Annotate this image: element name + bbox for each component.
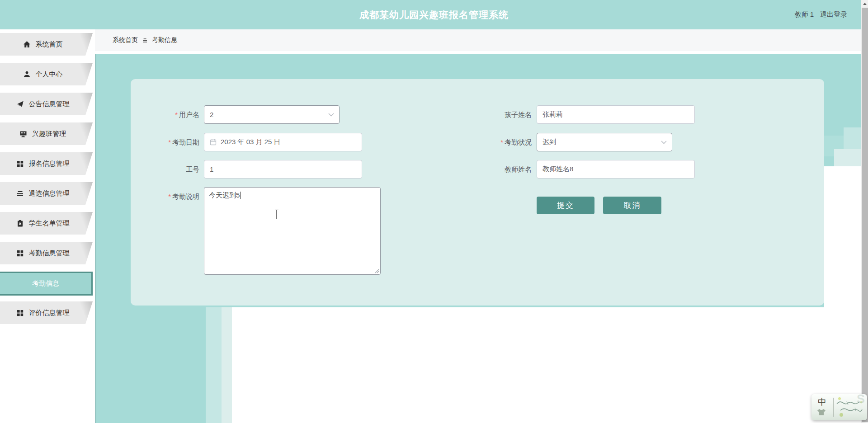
decor-white-cut	[824, 166, 861, 307]
sidebar-active-label: 考勤信息	[32, 279, 59, 288]
teacher-name-value: 教师姓名8	[542, 165, 573, 174]
note-label: *考勤说明	[131, 187, 199, 206]
sidebar-item-label: 学生名单管理	[29, 219, 70, 228]
send-icon	[16, 100, 24, 108]
ime-divider	[833, 398, 834, 417]
sidebar-item-label: 公告信息管理	[29, 100, 70, 108]
calendar-icon	[210, 139, 217, 146]
note-textarea[interactable]: 今天迟到5	[204, 187, 381, 275]
work-no-value: 1	[210, 165, 213, 173]
decor-pixel-step	[834, 149, 861, 166]
sidebar-item-profile[interactable]: 个人中心	[0, 63, 93, 85]
decor-pixel-step	[844, 127, 861, 149]
child-name-input[interactable]: 张莉莉	[537, 105, 695, 124]
username-value: 2	[210, 111, 213, 118]
work-no-label: 工号	[131, 160, 199, 179]
required-mark: *	[175, 111, 178, 118]
decor-left-strip	[95, 307, 206, 423]
submit-button[interactable]: 提交	[537, 197, 594, 214]
logout-link[interactable]: 退出登录	[820, 10, 847, 19]
scrollbar-thumb[interactable]	[862, 8, 868, 422]
child-name-value: 张莉莉	[542, 110, 563, 119]
sidebar-item-student-roster[interactable]: 学生名单管理	[0, 212, 93, 235]
attendance-date-input[interactable]: 2023 年 03 月 25 日	[204, 133, 362, 151]
decor-left-strip	[222, 307, 232, 423]
grid-icon	[16, 160, 24, 168]
decor-sidebar-shadow	[95, 54, 96, 423]
sidebar-subitem-attendance-info-active[interactable]: 考勤信息	[0, 272, 93, 296]
mouse-ibeam-cursor	[274, 209, 280, 220]
cancel-button[interactable]: 取消	[603, 197, 661, 214]
user-icon	[23, 70, 31, 78]
ime-mode-indicator: 中	[818, 396, 826, 408]
scrollbar-up-button[interactable]	[861, 0, 868, 8]
ime-skin-shirt-icon	[817, 409, 826, 416]
teacher-name-label: 教师姓名	[464, 160, 532, 179]
teacher-name-input[interactable]: 教师姓名8	[537, 160, 695, 179]
grid-icon	[16, 249, 24, 257]
ime-logo-watermark: S	[857, 394, 865, 406]
app-window: 成都某幼儿园兴趣班报名管理系统 教师 1 退出登录 系统首页 个人中心 公告信息…	[0, 0, 868, 423]
breadcrumb-separator-icon	[142, 38, 148, 43]
note-value: 今天迟到5	[209, 191, 240, 199]
arrow-up-icon	[863, 3, 867, 5]
header-bar: 成都某幼儿园兴趣班报名管理系统 教师 1 退出登录	[0, 0, 868, 29]
sidebar-item-evaluations[interactable]: 评价信息管理	[0, 301, 93, 324]
list-icon	[16, 190, 24, 197]
sidebar: 系统首页 个人中心 公告信息管理 兴趣班管理 报名信息管理 退选信息管理 学生名…	[0, 29, 95, 423]
sidebar-item-label: 考勤信息管理	[29, 249, 70, 258]
sidebar-item-label: 兴趣班管理	[32, 130, 66, 138]
ime-toolbar[interactable]: 中 S	[811, 394, 867, 420]
required-mark: *	[168, 138, 171, 146]
breadcrumb: 系统首页 考勤信息	[95, 29, 861, 51]
attendance-status-select[interactable]: 迟到	[537, 133, 672, 151]
sidebar-item-classes[interactable]: 兴趣班管理	[0, 122, 93, 145]
sidebar-item-label: 报名信息管理	[29, 160, 70, 168]
attendance-form-panel: *用户名 2 孩子姓名 张莉莉 *考勤日期 2023 年 03 月 25 日 *…	[131, 79, 824, 306]
attendance-status-label: *考勤状况	[464, 133, 532, 151]
desktop-icon	[19, 130, 27, 138]
work-no-input[interactable]: 1	[204, 160, 362, 179]
page-title: 成都某幼儿园兴趣班报名管理系统	[359, 9, 509, 21]
header-user-area: 教师 1 退出登录	[794, 0, 847, 29]
attendance-date-label: *考勤日期	[131, 133, 199, 151]
sidebar-item-registrations[interactable]: 报名信息管理	[0, 152, 93, 175]
required-mark: *	[500, 138, 503, 146]
decor-left-strip	[206, 307, 222, 423]
vertical-scrollbar[interactable]	[861, 0, 868, 423]
sidebar-item-label: 个人中心	[36, 70, 63, 79]
home-icon	[23, 41, 31, 48]
sidebar-item-home[interactable]: 系统首页	[0, 33, 93, 56]
chevron-down-icon	[661, 141, 667, 144]
grid-icon	[16, 309, 24, 317]
sidebar-item-attendance[interactable]: 考勤信息管理	[0, 242, 93, 264]
chevron-down-icon	[328, 113, 334, 117]
username-label: *用户名	[131, 105, 199, 124]
clipboard-x-icon	[16, 220, 24, 227]
current-user-label: 教师 1	[794, 10, 814, 19]
sidebar-item-label: 退选信息管理	[29, 189, 70, 198]
sidebar-item-withdrawals[interactable]: 退选信息管理	[0, 182, 93, 205]
child-name-label: 孩子姓名	[464, 105, 532, 124]
breadcrumb-current: 考勤信息	[152, 36, 177, 44]
breadcrumb-root[interactable]: 系统首页	[113, 36, 138, 44]
attendance-date-value: 2023 年 03 月 25 日	[221, 138, 281, 146]
resize-handle-icon[interactable]	[375, 269, 379, 273]
text-caret	[240, 192, 241, 199]
username-select[interactable]: 2	[204, 105, 340, 124]
attendance-status-value: 迟到	[542, 138, 556, 146]
sidebar-item-announcements[interactable]: 公告信息管理	[0, 93, 93, 115]
sidebar-item-label: 评价信息管理	[29, 309, 70, 317]
sidebar-item-label: 系统首页	[36, 40, 63, 49]
required-mark: *	[168, 193, 171, 200]
